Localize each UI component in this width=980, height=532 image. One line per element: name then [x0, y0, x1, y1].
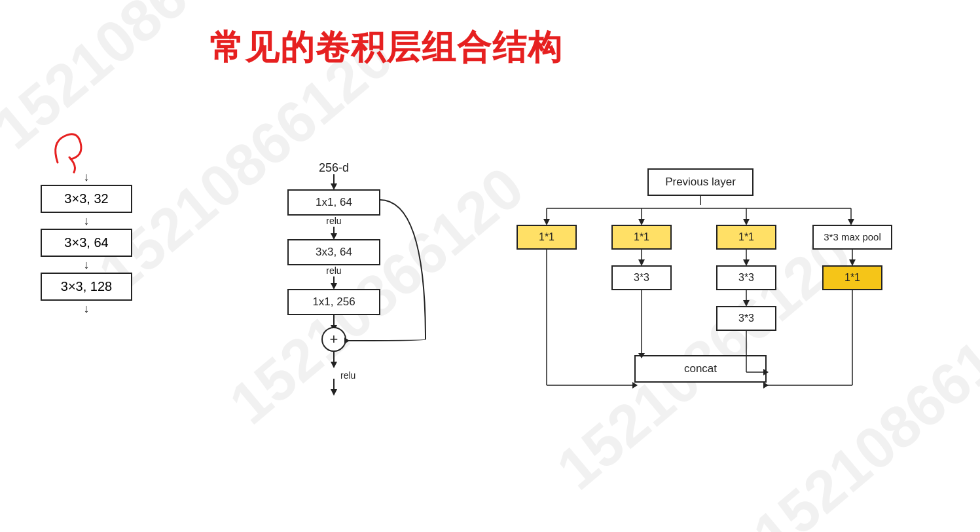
svg-text:256-d: 256-d — [319, 161, 349, 174]
svg-marker-12 — [331, 283, 337, 290]
svg-text:relu: relu — [326, 216, 341, 226]
mid-diagram: 256-d 1x1, 64 relu 3x3, 64 relu 1x1, 256… — [255, 157, 439, 409]
svg-text:Previous layer: Previous layer — [665, 176, 736, 188]
right-diagram: Previous layer 1*1 1*1 3*3 1*1 — [504, 162, 962, 414]
svg-marker-34 — [743, 219, 750, 225]
layer-1-box: 3×3, 32 — [41, 185, 132, 213]
svg-marker-2 — [331, 183, 337, 190]
svg-text:3*3: 3*3 — [634, 272, 649, 283]
svg-marker-32 — [638, 219, 645, 225]
svg-text:1x1, 64: 1x1, 64 — [316, 196, 352, 208]
layer-3-box: 3×3, 128 — [41, 273, 132, 301]
svg-marker-7 — [331, 233, 337, 240]
svg-text:1*1: 1*1 — [844, 272, 860, 283]
svg-text:concat: concat — [684, 362, 717, 375]
svg-text:+: + — [330, 331, 338, 347]
page-title: 常见的卷积层组合结构 — [209, 25, 563, 71]
left-diagram: ↓ 3×3, 32 ↓ 3×3, 64 ↓ 3×3, 128 ↓ — [41, 169, 132, 316]
svg-text:1*1: 1*1 — [634, 231, 649, 242]
svg-text:relu: relu — [340, 370, 355, 381]
mid-diagram-svg: 256-d 1x1, 64 relu 3x3, 64 relu 1x1, 256… — [255, 157, 439, 406]
svg-text:3x3, 64: 3x3, 64 — [316, 246, 352, 258]
svg-marker-19 — [344, 337, 350, 344]
svg-text:3*3: 3*3 — [738, 272, 754, 283]
svg-marker-52 — [743, 300, 750, 307]
svg-text:1x1, 256: 1x1, 256 — [312, 295, 355, 308]
svg-marker-30 — [543, 219, 550, 225]
svg-text:1*1: 1*1 — [539, 231, 554, 242]
arrow-4: ↓ — [41, 301, 132, 316]
svg-text:1*1: 1*1 — [738, 231, 754, 242]
svg-marker-21 — [331, 362, 337, 368]
svg-marker-65 — [632, 382, 638, 389]
svg-marker-48 — [743, 259, 750, 266]
arrow-3: ↓ — [41, 257, 132, 273]
inception-svg: Previous layer 1*1 1*1 3*3 1*1 — [504, 162, 962, 411]
svg-text:3*3 max pool: 3*3 max pool — [824, 231, 881, 242]
svg-marker-73 — [763, 382, 769, 389]
svg-text:3*3: 3*3 — [738, 313, 754, 324]
svg-text:relu: relu — [326, 265, 341, 276]
arrow-2: ↓ — [41, 213, 132, 229]
layer-2-box: 3×3, 64 — [41, 229, 132, 257]
svg-marker-36 — [848, 219, 854, 225]
svg-marker-58 — [849, 259, 856, 266]
arrow-1: ↓ — [41, 169, 132, 185]
svg-marker-42 — [638, 259, 645, 266]
svg-marker-24 — [331, 389, 337, 396]
